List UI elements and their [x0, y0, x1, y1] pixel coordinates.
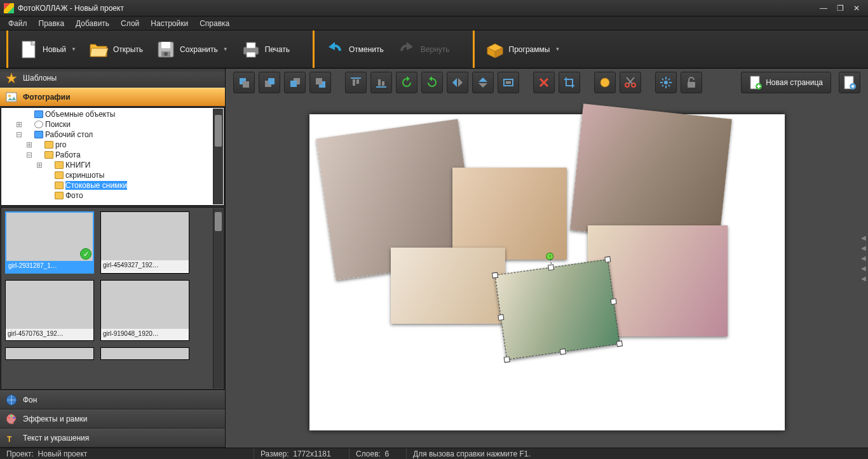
canvas-area: Новая страница [226, 69, 868, 448]
print-icon [241, 39, 261, 60]
resize-handle[interactable] [491, 272, 498, 278]
thumb-caption: girl-2931287_1… [6, 261, 93, 272]
menu-help[interactable]: Справка [194, 18, 235, 29]
accordion-background[interactable]: Фон [0, 390, 225, 409]
tree-item[interactable]: Объемные объекты [4, 109, 224, 119]
svg-rect-3 [161, 42, 170, 48]
dropdown-icon: ▼ [555, 46, 560, 52]
app-icon [4, 3, 14, 13]
tree-item[interactable]: Фото [4, 190, 224, 201]
collage-photo[interactable] [570, 103, 732, 245]
accordion-text[interactable]: T Текст и украшения [0, 429, 225, 448]
scissors-button[interactable] [620, 72, 641, 93]
chevron-left-icon[interactable]: ◀ [860, 255, 867, 262]
resize-handle[interactable] [559, 348, 566, 354]
resize-handle[interactable] [610, 298, 616, 304]
print-button[interactable]: Печать [234, 36, 296, 63]
tree-item[interactable]: ⊟Работа [4, 150, 224, 160]
resize-handle[interactable] [548, 264, 554, 270]
tree-scrollbar[interactable] [213, 109, 223, 204]
bring-front-button[interactable] [233, 72, 255, 93]
svg-line-42 [668, 79, 670, 80]
crop-button[interactable] [559, 72, 580, 93]
rotate-right-button[interactable] [421, 72, 443, 93]
programs-button[interactable]: Программы ▼ [478, 36, 567, 63]
thumbs-scrollbar[interactable] [213, 208, 223, 389]
undo-button[interactable]: Отменить [318, 36, 390, 63]
fit-button[interactable] [498, 72, 519, 93]
chevron-left-icon[interactable]: ◀ [860, 244, 867, 252]
new-button[interactable]: Новый ▼ [12, 36, 83, 63]
folder-icon [44, 151, 53, 159]
maximize-button[interactable]: ❐ [832, 3, 848, 14]
menu-layer[interactable]: Слой [115, 18, 145, 29]
close-button[interactable]: ✕ [849, 3, 864, 14]
align-top-button[interactable] [345, 72, 367, 93]
rotate-left-button[interactable] [396, 72, 417, 93]
align-bottom-button[interactable] [370, 72, 392, 93]
svg-line-41 [668, 85, 670, 86]
tree-item[interactable]: ⊞pro [4, 140, 224, 150]
bring-forward-button[interactable] [259, 72, 280, 93]
collage-photo[interactable] [391, 248, 505, 324]
accordion-effects[interactable]: Эффекты и рамки [0, 409, 225, 429]
menu-add[interactable]: Добавить [70, 18, 115, 29]
redo-button[interactable]: Вернуть [390, 36, 456, 63]
collage-photo[interactable] [452, 168, 567, 260]
accordion-photos[interactable]: Фотографии [0, 88, 225, 107]
thumb-item-selected[interactable]: ✓ girl-2931287_1… [5, 211, 94, 274]
menu-file[interactable]: Файл [3, 18, 33, 29]
selection-box[interactable] [494, 259, 620, 360]
resize-handle[interactable] [616, 340, 622, 347]
chevron-left-icon[interactable]: ◀ [860, 265, 867, 272]
save-button[interactable]: Сохранить ▼ [149, 36, 234, 63]
accordion-effects-label: Эффекты и рамки [23, 415, 87, 423]
tree-item[interactable]: скриншоты [4, 170, 224, 180]
canvas-viewport[interactable] [226, 96, 868, 448]
thumb-caption: girl-4570763_192… [6, 329, 93, 340]
thumb-item[interactable]: girl-4549327_192… [100, 211, 189, 274]
settings-button[interactable] [655, 72, 677, 93]
tree-item-selected[interactable]: Стоковые снимки [4, 180, 224, 190]
menubar: Файл Правка Добавить Слой Настройки Спра… [0, 17, 868, 30]
star-icon [5, 72, 18, 84]
thumb-item[interactable]: girl-4570763_192… [5, 280, 94, 341]
chevron-left-icon[interactable]: ◀ [860, 275, 867, 283]
resize-handle[interactable] [604, 256, 611, 262]
resize-handle[interactable] [498, 314, 504, 320]
open-button[interactable]: Открыть [83, 36, 149, 63]
undo-icon [325, 39, 345, 60]
thumb-caption: girl-4549327_192… [101, 260, 189, 272]
page-settings-button[interactable] [839, 72, 860, 93]
status-size: Размер: 1772x1181 [254, 448, 349, 459]
lock-button[interactable] [681, 72, 702, 93]
tree-item[interactable]: ⊟Рабочий стол [4, 130, 224, 140]
minimize-button[interactable]: — [816, 3, 831, 14]
thumb-item[interactable]: girl-919048_1920… [100, 280, 189, 341]
collage-page[interactable] [309, 114, 785, 430]
send-back-button[interactable] [309, 72, 331, 93]
thumb-image [101, 281, 189, 329]
desktop-icon [34, 131, 43, 138]
thumbnail-grid: ✓ girl-2931287_1… girl-4549327_192… girl… [1, 207, 224, 390]
side-panel-toggle[interactable]: ◀ ◀ ◀ ◀ ◀ [859, 232, 868, 285]
chevron-left-icon[interactable]: ◀ [860, 234, 867, 242]
photo-icon [5, 91, 18, 103]
svg-rect-18 [243, 81, 249, 88]
menu-edit[interactable]: Правка [33, 18, 71, 29]
svg-rect-30 [382, 81, 384, 86]
thumb-item[interactable] [100, 347, 189, 360]
tree-item[interactable]: ⊞КНИГИ [4, 160, 224, 170]
flip-vertical-button[interactable] [472, 72, 494, 93]
flip-horizontal-button[interactable] [447, 72, 468, 93]
folder-tree[interactable]: Объемные объекты ⊞Поиски ⊟Рабочий стол ⊞… [1, 107, 224, 206]
resize-handle[interactable] [503, 356, 510, 363]
send-backward-button[interactable] [284, 72, 306, 93]
color-button[interactable] [594, 72, 616, 93]
cube-icon [34, 110, 43, 118]
new-page-button[interactable]: Новая страница [741, 72, 831, 93]
delete-button[interactable] [533, 72, 555, 93]
thumb-item[interactable] [5, 347, 94, 360]
menu-settings[interactable]: Настройки [145, 18, 194, 29]
tree-item[interactable]: ⊞Поиски [4, 119, 224, 130]
